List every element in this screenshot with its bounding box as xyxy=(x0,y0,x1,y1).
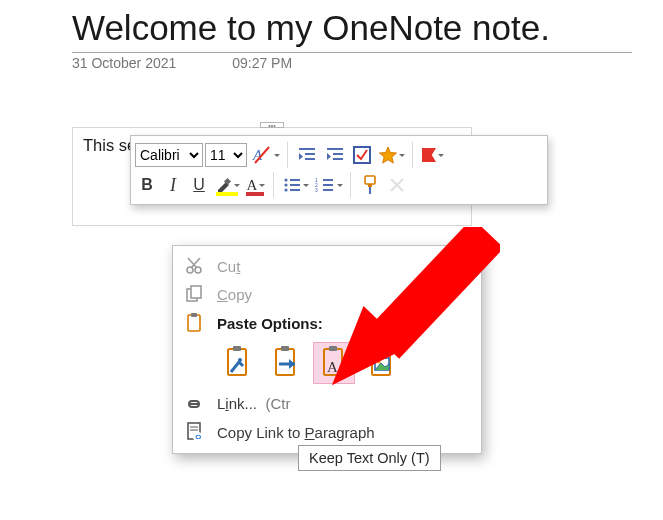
menu-copy-link-label: Copy Link to Paragraph xyxy=(217,424,375,441)
svg-rect-38 xyxy=(191,313,197,317)
svg-rect-43 xyxy=(281,346,289,351)
menu-paste-header: Paste Options: xyxy=(173,308,481,338)
page-meta: 31 October 2021 09:27 PM xyxy=(72,55,663,71)
copy-icon xyxy=(183,285,205,303)
svg-marker-5 xyxy=(299,153,303,160)
underline-button[interactable]: U xyxy=(187,172,211,198)
link-icon xyxy=(183,397,205,411)
svg-rect-36 xyxy=(191,286,201,298)
bullets-button[interactable] xyxy=(280,172,310,198)
format-painter-button[interactable] xyxy=(357,172,383,198)
clipboard-icon xyxy=(183,313,205,333)
delete-button[interactable] xyxy=(385,172,409,198)
font-size-select[interactable]: 11 xyxy=(205,143,247,167)
tags-button[interactable] xyxy=(376,142,406,168)
font-color-button[interactable]: A xyxy=(243,172,267,198)
paste-options-label: Paste Options: xyxy=(217,315,323,332)
copy-paragraph-link-icon xyxy=(183,422,205,442)
styles-button[interactable]: A xyxy=(249,142,281,168)
decrease-indent-button[interactable] xyxy=(294,142,320,168)
font-name-select[interactable]: Calibri xyxy=(135,143,203,167)
svg-rect-50 xyxy=(377,346,385,351)
menu-cut-label: Cut xyxy=(217,258,240,275)
paste-merge-button[interactable] xyxy=(265,342,307,384)
paste-picture-button[interactable] xyxy=(361,342,403,384)
svg-point-14 xyxy=(284,178,287,181)
increase-indent-button[interactable] xyxy=(322,142,348,168)
svg-text:A: A xyxy=(327,359,338,375)
menu-link[interactable]: Link... (Ctr xyxy=(173,390,481,417)
svg-rect-26 xyxy=(365,176,375,184)
svg-text:3: 3 xyxy=(315,187,318,193)
flag-icon xyxy=(422,148,436,162)
svg-rect-27 xyxy=(368,184,372,187)
paste-keep-source-button[interactable] xyxy=(217,342,259,384)
numbering-button[interactable]: 123 xyxy=(312,172,344,198)
svg-marker-9 xyxy=(327,153,331,160)
menu-link-label: Link... (Ctr xyxy=(217,395,290,412)
svg-marker-11 xyxy=(380,147,397,163)
title-divider xyxy=(72,52,632,53)
menu-copy-link-paragraph[interactable]: Copy Link to Paragraph xyxy=(173,417,481,447)
svg-point-52 xyxy=(377,360,380,363)
menu-copy[interactable]: Copy xyxy=(173,280,481,308)
svg-rect-53 xyxy=(190,403,198,405)
svg-rect-40 xyxy=(233,346,241,351)
menu-cut[interactable]: Cut xyxy=(173,252,481,280)
menu-copy-label: Copy xyxy=(217,286,252,303)
svg-point-57 xyxy=(193,432,203,442)
svg-point-16 xyxy=(284,188,287,191)
flag-button[interactable] xyxy=(419,142,445,168)
paste-text-only-button[interactable]: A xyxy=(313,342,355,384)
context-menu: Cut Copy Paste Options: A Link... (Ctr xyxy=(172,245,482,454)
todo-tag-button[interactable] xyxy=(350,142,374,168)
svg-rect-37 xyxy=(188,315,200,331)
tooltip-keep-text-only: Keep Text Only (T) xyxy=(298,445,441,471)
svg-point-15 xyxy=(284,183,287,186)
svg-rect-47 xyxy=(329,346,337,351)
page-time: 09:27 PM xyxy=(232,55,292,71)
svg-rect-28 xyxy=(369,187,371,194)
page-title[interactable]: Welcome to my OneNote note. xyxy=(72,0,663,48)
scissors-icon xyxy=(183,257,205,275)
italic-button[interactable]: I xyxy=(161,172,185,198)
svg-rect-10 xyxy=(354,147,370,163)
page-date: 31 October 2021 xyxy=(72,55,176,71)
highlight-button[interactable] xyxy=(213,172,241,198)
svg-point-41 xyxy=(238,358,242,362)
bold-button[interactable]: B xyxy=(135,172,159,198)
mini-toolbar: Calibri 11 A B I U A xyxy=(130,135,548,205)
container-handle[interactable]: ••• xyxy=(260,122,284,128)
